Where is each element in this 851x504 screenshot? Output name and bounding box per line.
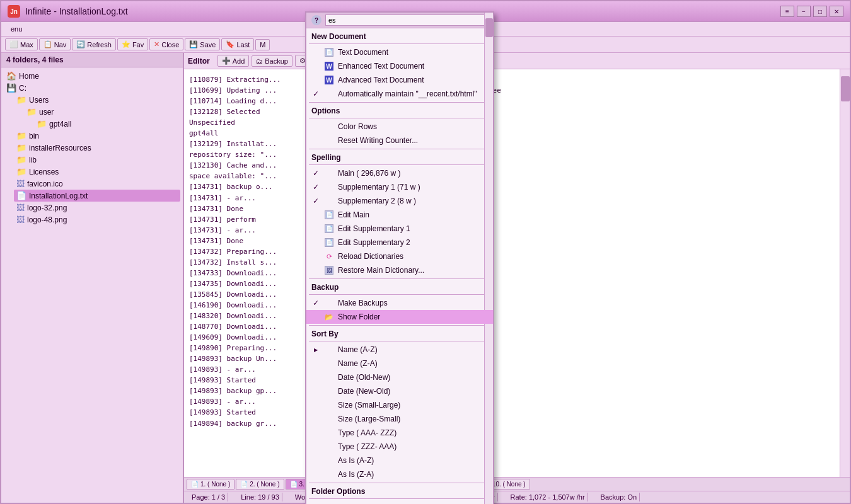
menu-text-document[interactable]: 📄 Text Document	[306, 45, 493, 59]
toolbar-last[interactable]: 🔖 Last	[221, 38, 254, 50]
menu-show-folder[interactable]: 📂 Show Folder	[306, 310, 493, 324]
dropdown-scroll-thumb	[485, 18, 493, 37]
tree-item-installer[interactable]: 📁 installerResources	[14, 142, 180, 154]
menu-supp1-dict[interactable]: Supplementary 1 (71 w )	[306, 180, 493, 194]
app-icon: Jn	[8, 5, 20, 18]
tree-item-log[interactable]: 📄 InstallationLog.txt	[14, 190, 180, 202]
editor-text-area[interactable]: [110879] Extracting... [110699] Updating…	[184, 69, 850, 477]
tree-item-home[interactable]: 🏠 Home	[4, 70, 180, 82]
text-line: [132129] Installat...	[189, 139, 315, 149]
menu-color-rows[interactable]: Color Rows	[306, 120, 493, 134]
menu-sort-size-small[interactable]: Size (Small-Large)	[306, 398, 493, 412]
menu-enu[interactable]: enu	[5, 23, 28, 35]
max-icon: ⬜	[9, 40, 18, 49]
tab-2[interactable]: 📄 2. ( None )	[236, 479, 284, 490]
tab-1[interactable]: 📄 1. ( None )	[187, 479, 234, 490]
editor-scrollbar[interactable]	[840, 69, 850, 477]
menu-sort-name-az[interactable]: Name (A-Z)	[306, 343, 493, 357]
backup-btn[interactable]: 🗂 Backup	[252, 55, 292, 67]
menu-auto-maintain[interactable]: Automatically maintain "__recent.txt/htm…	[306, 87, 493, 101]
menu-sort-asis-za[interactable]: As Is (Z-A)	[306, 467, 493, 481]
sidebar-toggle-btn[interactable]: ≡	[780, 6, 794, 17]
menu-sort-asis-az[interactable]: As Is (A-Z)	[306, 454, 493, 467]
tree-item-logo32[interactable]: 🖼 logo-32.png	[14, 202, 180, 214]
tree-item-gpt4all-folder[interactable]: 📁 gpt4all	[34, 118, 180, 130]
editor-label: Editor	[188, 57, 210, 66]
menu-reset-counter[interactable]: Reset Writing Counter...	[306, 134, 493, 147]
menu-main-dict[interactable]: Main ( 296,876 w )	[306, 166, 493, 180]
divider-10	[309, 483, 490, 483]
section-folder-options: Folder Options	[306, 484, 493, 497]
menu-sort-size-large[interactable]: Size (Large-Small)	[306, 412, 493, 426]
edit-supp2-icon: 📄	[324, 238, 334, 248]
tree-item-bin[interactable]: 📁 bin	[14, 130, 180, 142]
toolbar-max[interactable]: ⬜ Max	[5, 38, 38, 50]
folder-icon-7: 📁	[16, 167, 26, 176]
drive-icon: 💾	[6, 83, 16, 93]
scroll-thumb	[841, 76, 850, 101]
menu-sort-date-new[interactable]: Date (New-Old)	[306, 384, 493, 398]
menu-enhanced-text[interactable]: W Enhanced Text Document	[306, 59, 493, 73]
text-line: [134735] Downloadi...	[189, 278, 315, 289]
text-line: repository size: "...	[189, 149, 315, 160]
menu-supp2-dict[interactable]: Supplementary 2 (8 w )	[306, 194, 493, 208]
menu-new-folder[interactable]: 📁 New Folder...	[306, 500, 493, 504]
tree-item-user[interactable]: 📁 user	[24, 106, 180, 118]
backup-status: Backup: On	[598, 493, 640, 501]
dropdown-search-input[interactable]	[325, 14, 488, 26]
show-folder-icon: 📂	[324, 312, 334, 322]
tree-item-favicon[interactable]: 🖼 favicon.ico	[14, 178, 180, 190]
folder-icon-4: 📁	[16, 131, 26, 140]
divider-2	[309, 102, 490, 103]
close-btn[interactable]: ✕	[830, 6, 843, 17]
toolbar-save[interactable]: 💾 Save	[185, 38, 220, 50]
bottom-tabs: 📄 1. ( None ) 📄 2. ( None ) 📄 3. gpt4all…	[184, 477, 850, 491]
menu-reload-dicts[interactable]: ⟳ Reload Dictionaries	[306, 249, 493, 263]
toolbar-refresh[interactable]: 🔄 Refresh	[72, 38, 116, 50]
editor-area[interactable]: [110879] Extracting... [110699] Updating…	[184, 69, 850, 477]
add-btn[interactable]: ➕ Add	[217, 55, 250, 67]
section-spelling: Spelling	[306, 151, 493, 163]
text-line: [132128] Selected	[189, 106, 315, 117]
menu-sort-name-za[interactable]: Name (Z-A)	[306, 357, 493, 370]
fav-icon: ⭐	[122, 40, 130, 49]
tab-icon-2: 📄	[240, 481, 248, 488]
divider-7	[309, 294, 490, 295]
text-line: [132130] Cache and...	[189, 160, 315, 171]
toolbar-close[interactable]: ✕ Close	[149, 38, 183, 50]
tree-view[interactable]: 🏠 Home 💾 C: 📁 Users 📁 user 📁 gpt4	[1, 67, 183, 503]
dropdown-content: New Document 📄 Text Document W Enhanced …	[306, 28, 493, 504]
menu-sort-type-az[interactable]: Type ( AAA- ZZZ)	[306, 426, 493, 440]
tree-item-lib[interactable]: 📁 lib	[14, 154, 180, 166]
menu-edit-supp2[interactable]: 📄 Edit Supplementary 2	[306, 236, 493, 249]
menu-edit-main[interactable]: 📄 Edit Main	[306, 208, 493, 222]
nav-icon: 📋	[43, 40, 52, 49]
editor-left-column: [110879] Extracting... [110699] Updating…	[189, 74, 315, 429]
text-line: [134731] backup o...	[189, 181, 315, 192]
toolbar-fav[interactable]: ⭐ Fav	[117, 38, 148, 50]
text-line: [149893] Started	[189, 375, 315, 386]
divider-8	[309, 325, 490, 326]
menu-make-backups[interactable]: Make Backups	[306, 296, 493, 310]
tree-item-licenses[interactable]: 📁 Licenses	[14, 166, 180, 178]
image-icon-2: 🖼	[16, 203, 25, 212]
tree-item-logo48[interactable]: 🖼 logo-48.png	[14, 214, 180, 226]
editor-columns: [110879] Extracting... [110699] Updating…	[189, 74, 845, 429]
tree-item-users[interactable]: 📁 Users	[14, 94, 180, 106]
menu-edit-supp1[interactable]: 📄 Edit Supplementary 1	[306, 222, 493, 236]
maximize-btn[interactable]: □	[813, 6, 827, 17]
text-line: Unspecified	[189, 117, 315, 128]
text-line: [149609] Downloadi...	[189, 332, 315, 343]
menu-sort-type-za[interactable]: Type ( ZZZ- AAA)	[306, 440, 493, 454]
image-icon: 🖼	[16, 179, 25, 188]
text-line: [134731] - ar...	[189, 225, 315, 236]
toolbar-nav[interactable]: 📋 Nav	[39, 38, 71, 50]
menu-advanced-text[interactable]: W Advanced Text Document	[306, 73, 493, 87]
menu-restore-main[interactable]: 🖼 Restore Main Dictionary...	[306, 263, 493, 277]
minimize-btn[interactable]: −	[797, 6, 811, 17]
close-x-icon: ✕	[154, 40, 159, 49]
toolbar-m[interactable]: M	[255, 39, 270, 50]
advanced-w-icon: W	[324, 75, 334, 85]
tree-item-c[interactable]: 💾 C:	[4, 82, 180, 94]
menu-sort-date-old[interactable]: Date (Old-New)	[306, 370, 493, 384]
